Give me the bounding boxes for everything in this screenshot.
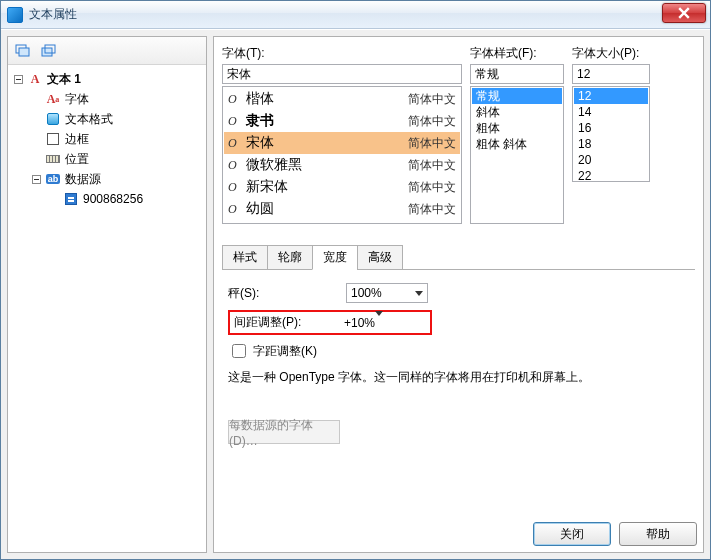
help-button[interactable]: 帮助 <box>619 522 697 546</box>
size-option[interactable]: 22 <box>574 168 648 182</box>
datasource-icon: ab <box>45 171 61 187</box>
tree-root[interactable]: A 文本 1 <box>8 69 206 89</box>
kerning-label: 字距调整(K) <box>253 343 317 360</box>
size-list[interactable]: 121416182022 <box>572 86 650 182</box>
font-option[interactable]: O微软雅黑简体中文 <box>224 154 460 176</box>
collapse-icon[interactable] <box>14 75 23 84</box>
size-option[interactable]: 18 <box>574 136 648 152</box>
size-option[interactable]: 12 <box>574 88 648 104</box>
textformat-icon <box>45 111 61 127</box>
expand-all-button[interactable] <box>12 41 34 61</box>
tree-item-position[interactable]: 位置 <box>8 149 206 169</box>
chevron-down-icon <box>415 291 423 296</box>
tree-item-border[interactable]: 边框 <box>8 129 206 149</box>
kerning-checkbox[interactable] <box>232 344 246 358</box>
size-option[interactable]: 14 <box>574 104 648 120</box>
text-icon: A <box>27 71 43 87</box>
font-list[interactable]: O楷体简体中文O隶书简体中文O宋体简体中文O微软雅黑简体中文O新宋体简体中文O幼… <box>222 86 462 224</box>
font-label: 字体(T): <box>222 45 462 62</box>
tab-3[interactable]: 高级 <box>357 245 403 270</box>
font-option[interactable]: O隶书简体中文 <box>224 110 460 132</box>
spacing-label: 间距调整(P): <box>234 314 344 331</box>
tab-content-width: 秤(S): 100% 间距调整(P): +10% <box>222 270 695 450</box>
barcode-icon <box>63 191 79 207</box>
tab-2[interactable]: 宽度 <box>312 245 358 270</box>
titlebar: 文本属性 <box>1 1 710 29</box>
style-option[interactable]: 常规 <box>472 88 562 104</box>
per-datasource-font-button: 每数据源的字体(D)… <box>228 420 340 444</box>
style-label: 字体样式(F): <box>470 45 564 62</box>
tab-1[interactable]: 轮廓 <box>267 245 313 270</box>
style-option[interactable]: 斜体 <box>472 104 562 120</box>
tab-0[interactable]: 样式 <box>222 245 268 270</box>
style-option[interactable]: 粗体 斜体 <box>472 136 562 152</box>
tabstrip: 样式轮廓宽度高级 <box>222 244 695 270</box>
font-option[interactable]: O楷体简体中文 <box>224 88 460 110</box>
close-window-button[interactable] <box>662 3 706 23</box>
close-icon <box>678 7 690 19</box>
font-option[interactable]: O幼圆简体中文 <box>224 198 460 220</box>
sidebar: A 文本 1 Aa 字体 文本格式 <box>7 36 207 553</box>
size-option[interactable]: 20 <box>574 152 648 168</box>
scale-label: 秤(S): <box>228 285 346 302</box>
border-icon <box>45 131 61 147</box>
style-option[interactable]: 粗体 <box>472 120 562 136</box>
opentype-info: 这是一种 OpenType 字体。这一同样的字体将用在打印机和屏幕上。 <box>228 369 689 386</box>
collapse-all-button[interactable] <box>38 41 60 61</box>
chevron-down-icon <box>375 311 383 330</box>
style-list[interactable]: 常规斜体粗体粗体 斜体 <box>470 86 564 224</box>
size-input[interactable] <box>572 64 650 84</box>
property-tree[interactable]: A 文本 1 Aa 字体 文本格式 <box>8 65 206 552</box>
font-option[interactable]: O宋体简体中文 <box>224 132 460 154</box>
close-button[interactable]: 关闭 <box>533 522 611 546</box>
tree-item-datasource-value[interactable]: 900868256 <box>8 189 206 209</box>
font-input[interactable] <box>222 64 462 84</box>
main-panel: 字体(T): O楷体简体中文O隶书简体中文O宋体简体中文O微软雅黑简体中文O新宋… <box>213 36 704 553</box>
size-label: 字体大小(P): <box>572 45 650 62</box>
spacing-highlight: 间距调整(P): +10% <box>228 310 432 335</box>
position-icon <box>45 151 61 167</box>
tree-item-font[interactable]: Aa 字体 <box>8 89 206 109</box>
app-icon <box>7 7 23 23</box>
spacing-combo[interactable]: +10% <box>344 316 426 330</box>
collapse-icon[interactable] <box>32 175 41 184</box>
window: 文本属性 A 文本 1 <box>0 0 711 560</box>
style-input[interactable] <box>470 64 564 84</box>
sidebar-toolbar <box>8 37 206 65</box>
size-option[interactable]: 16 <box>574 120 648 136</box>
font-option[interactable]: O新宋体简体中文 <box>224 176 460 198</box>
svg-rect-2 <box>42 48 52 56</box>
tree-item-textformat[interactable]: 文本格式 <box>8 109 206 129</box>
window-title: 文本属性 <box>29 6 77 23</box>
tree-item-datasource[interactable]: ab 数据源 <box>8 169 206 189</box>
font-icon: Aa <box>45 91 61 107</box>
svg-rect-1 <box>19 48 29 56</box>
scale-combo[interactable]: 100% <box>346 283 428 303</box>
